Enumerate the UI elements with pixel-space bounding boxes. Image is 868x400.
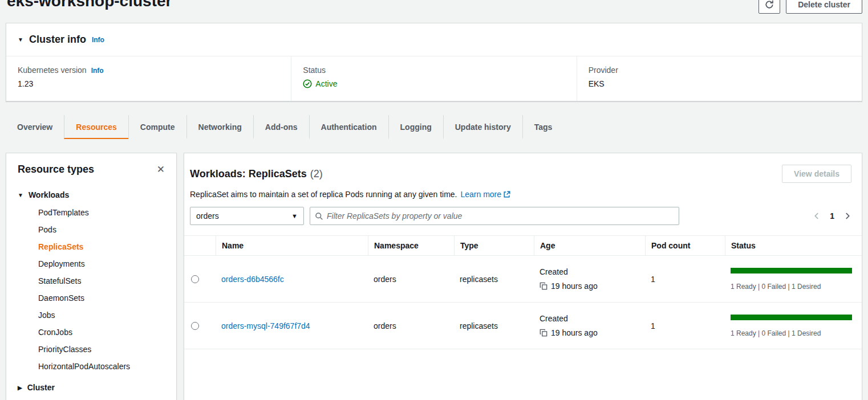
cluster-info-header[interactable]: ▼ Cluster info Info (6, 23, 862, 56)
header-status: Status (725, 236, 862, 255)
sidebar-item-horizontalpodautoscalers[interactable]: HorizontalPodAutoscalers (38, 358, 165, 375)
kubernetes-version-field: Kubernetes version Info 1.23 (6, 56, 291, 101)
sidebar-group-cluster[interactable]: ▶ Cluster (18, 383, 165, 392)
tab-resources[interactable]: Resources (64, 115, 128, 139)
sidebar-item-pods[interactable]: Pods (38, 221, 165, 238)
row-age: Created 19 hours ago (534, 303, 645, 349)
header-pod-count: Pod count (645, 236, 725, 255)
chevron-left-icon (813, 212, 821, 220)
kubernetes-version-info-link[interactable]: Info (91, 67, 104, 75)
sidebar-item-jobs[interactable]: Jobs (38, 307, 165, 324)
row-type: replicasets (454, 303, 534, 349)
chevron-down-icon: ▼ (18, 36, 23, 43)
tab-logging[interactable]: Logging (388, 115, 443, 139)
sidebar-item-statefulsets[interactable]: StatefulSets (38, 272, 165, 289)
status-progress-bar (731, 268, 852, 274)
resource-types-panel: Resource types ✕ ▼ Workloads PodTemplate… (6, 153, 177, 400)
row-pod-count: 1 (645, 303, 725, 349)
search-input[interactable] (327, 211, 674, 221)
panel-count: (2) (310, 168, 323, 180)
replicasets-panel: Workloads: ReplicaSets (2) View details … (184, 153, 862, 400)
row-radio-button[interactable] (191, 322, 199, 330)
sidebar-item-replicasets[interactable]: ReplicaSets (38, 238, 165, 255)
header-select-column (184, 236, 216, 255)
header-type: Type (454, 236, 534, 255)
chevron-down-icon: ▼ (291, 213, 298, 219)
sidebar-item-podtemplates[interactable]: PodTemplates (38, 204, 165, 221)
sidebar-item-deployments[interactable]: Deployments (38, 255, 165, 272)
resource-tree: ▼ Workloads PodTemplates Pods ReplicaSet… (18, 190, 165, 392)
header-name: Name (216, 236, 368, 255)
status-label: Status (303, 66, 326, 75)
content-region: Resource types ✕ ▼ Workloads PodTemplate… (6, 153, 862, 400)
chevron-right-icon (843, 212, 851, 220)
resource-types-title: Resource types (18, 164, 94, 175)
row-namespace: orders (368, 303, 454, 349)
workloads-group-label: Workloads (29, 190, 69, 199)
status-summary: 1 Ready | 0 Failed | 1 Desired (731, 283, 856, 291)
search-box (310, 207, 679, 225)
tab-compute[interactable]: Compute (128, 115, 186, 139)
previous-page-button[interactable] (813, 212, 821, 220)
cluster-info-info-link[interactable]: Info (92, 36, 104, 44)
status-field: Status Active (291, 56, 576, 101)
sidebar-item-cronjobs[interactable]: CronJobs (38, 324, 165, 341)
tab-add-ons[interactable]: Add-ons (253, 115, 309, 139)
chevron-right-icon: ▶ (18, 385, 22, 391)
row-type: replicasets (454, 256, 534, 302)
tab-bar: Overview Resources Compute Networking Ad… (6, 115, 862, 139)
copy-icon[interactable] (540, 282, 547, 290)
header-namespace: Namespace (368, 236, 454, 255)
replicaset-name-link[interactable]: orders-d6b4566fc (221, 275, 362, 284)
age-created-label: Created (540, 267, 639, 276)
header-age: Age (534, 236, 645, 255)
close-icon: ✕ (157, 164, 165, 175)
kubernetes-version-label: Kubernetes version (18, 66, 87, 75)
tab-tags[interactable]: Tags (522, 115, 564, 139)
row-age: Created 19 hours ago (534, 256, 645, 302)
tab-update-history[interactable]: Update history (443, 115, 522, 139)
replicasets-table: Name Namespace Type Age Pod count Status… (184, 235, 862, 349)
panel-title: Workloads: ReplicaSets (190, 168, 307, 180)
sidebar-item-daemonsets[interactable]: DaemonSets (38, 289, 165, 307)
age-value: 19 hours ago (551, 281, 598, 291)
close-panel-button[interactable]: ✕ (157, 165, 165, 174)
row-status: 1 Ready | 0 Failed | 1 Desired (725, 303, 862, 349)
age-value: 19 hours ago (551, 328, 598, 337)
view-details-button[interactable]: View details (782, 165, 851, 183)
page-title: eks-workshop-cluster (7, 0, 172, 10)
search-icon (315, 212, 323, 221)
table-row: orders-mysql-749f67f7d4 orders replicase… (184, 303, 862, 349)
namespace-filter-select[interactable]: orders ▼ (190, 207, 304, 225)
refresh-button[interactable] (759, 0, 780, 14)
copy-icon[interactable] (540, 329, 547, 337)
page-header: eks-workshop-cluster Delete cluster (0, 0, 868, 19)
provider-field: Provider EKS (577, 56, 862, 101)
current-page[interactable]: 1 (830, 211, 834, 221)
tab-overview[interactable]: Overview (6, 115, 64, 139)
cluster-info-body: Kubernetes version Info 1.23 Status Acti… (6, 56, 862, 101)
sidebar-item-priorityclasses[interactable]: PriorityClasses (38, 341, 165, 358)
namespace-filter-value: orders (196, 211, 291, 221)
replicaset-name-link[interactable]: orders-mysql-749f67f7d4 (221, 321, 362, 330)
status-badge: Active (315, 79, 337, 88)
learn-more-link[interactable]: Learn more (460, 190, 511, 199)
external-link-icon (503, 190, 511, 198)
row-status: 1 Ready | 0 Failed | 1 Desired (725, 256, 862, 302)
provider-value: EKS (589, 79, 850, 88)
refresh-icon (765, 0, 774, 9)
panel-description: ReplicaSet aims to maintain a set of rep… (190, 190, 457, 199)
row-radio-button[interactable] (191, 275, 199, 283)
sidebar-group-workloads[interactable]: ▼ Workloads (18, 190, 165, 199)
next-page-button[interactable] (843, 212, 851, 220)
tab-networking[interactable]: Networking (186, 115, 253, 139)
table-header-row: Name Namespace Type Age Pod count Status (184, 235, 862, 256)
cluster-info-card: ▼ Cluster info Info Kubernetes version I… (6, 23, 862, 101)
status-progress-bar (731, 315, 852, 320)
header-actions: Delete cluster (759, 0, 862, 14)
row-namespace: orders (368, 256, 454, 302)
table-row: orders-d6b4566fc orders replicasets Crea… (184, 256, 862, 303)
row-pod-count: 1 (645, 256, 725, 302)
tab-authentication[interactable]: Authentication (309, 115, 388, 139)
delete-cluster-button[interactable]: Delete cluster (786, 0, 862, 14)
